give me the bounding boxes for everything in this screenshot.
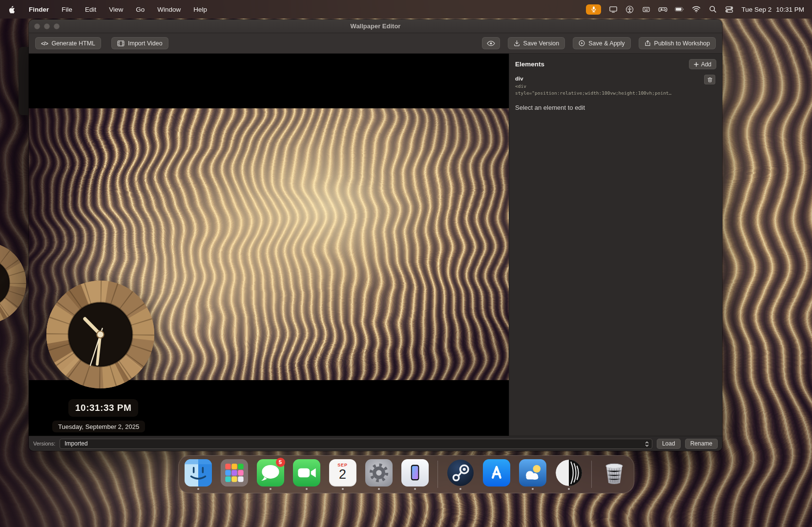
menu-finder[interactable]: Finder: [29, 6, 49, 13]
dock-messages-icon[interactable]: 5: [257, 459, 284, 490]
element-tag: div: [515, 76, 716, 81]
control-center-icon[interactable]: [725, 5, 734, 14]
delete-element-button[interactable]: [704, 75, 715, 84]
select-stepper-icon: [645, 440, 649, 449]
desktop-clock-widget: [0, 242, 27, 324]
dock-trash-icon[interactable]: [601, 459, 628, 490]
generate-html-button[interactable]: </> Generate HTML: [35, 37, 101, 49]
versions-select[interactable]: Imported: [60, 439, 652, 449]
messages-badge: 5: [276, 458, 285, 467]
save-and-apply-label: Save & Apply: [588, 40, 625, 47]
menu-window[interactable]: Window: [157, 6, 181, 13]
digital-clock[interactable]: 10:31:33 PM: [68, 399, 138, 417]
dock-wallpaper-app-icon[interactable]: [555, 459, 583, 490]
dock-calendar-icon[interactable]: SEP 2: [329, 459, 356, 490]
save-version-label: Save Version: [523, 40, 560, 47]
apple-menu-icon[interactable]: [8, 5, 16, 14]
display-mirroring-icon[interactable]: [608, 5, 618, 14]
add-element-button[interactable]: Add: [689, 59, 716, 69]
rename-version-button[interactable]: Rename: [685, 439, 718, 449]
menu-help[interactable]: Help: [193, 6, 207, 13]
accessibility-icon[interactable]: [625, 5, 634, 14]
dock-separator: [437, 461, 438, 488]
play-circle-icon: [579, 40, 585, 46]
menu-file[interactable]: File: [62, 6, 72, 13]
wallpaper-editor-window: Wallpaper Editor </> Generate HTML Impor…: [29, 20, 722, 451]
titlebar[interactable]: Wallpaper Editor: [29, 20, 722, 33]
dock-finder-icon[interactable]: [185, 459, 212, 490]
save-version-button[interactable]: Save Version: [508, 37, 565, 49]
window-title: Wallpaper Editor: [29, 22, 722, 30]
selected-version: Imported: [64, 440, 87, 447]
elements-panel-title: Elements: [515, 61, 544, 68]
search-icon[interactable]: [708, 5, 717, 14]
wallpaper-preview[interactable]: 10:31:33 PM Tuesday, September 2, 2025: [29, 54, 509, 436]
game-controller-icon[interactable]: [658, 5, 667, 14]
date-widget[interactable]: Tuesday, September 2, 2025: [52, 421, 145, 432]
menubar-date: Tue Sep 2: [741, 6, 771, 13]
versions-bar: Versions: Imported Load Rename: [29, 436, 722, 451]
import-video-label: Import Video: [128, 40, 163, 47]
element-list-item[interactable]: div <div style="position:relative;width:…: [515, 76, 716, 97]
save-and-apply-button[interactable]: Save & Apply: [573, 37, 630, 49]
wifi-icon[interactable]: [691, 5, 701, 14]
trash-icon: [708, 77, 712, 82]
dock-iphone-mirroring-icon[interactable]: [401, 459, 429, 490]
dock-facetime-icon[interactable]: [293, 459, 320, 490]
analog-clock-widget[interactable]: [45, 280, 155, 389]
calendar-day: 2: [339, 468, 346, 481]
elements-panel: Elements Add div <div style="position:re…: [509, 54, 722, 436]
dock-settings-icon[interactable]: [365, 459, 393, 490]
battery-icon[interactable]: [675, 5, 684, 14]
menu-edit[interactable]: Edit: [85, 6, 96, 13]
menu-view[interactable]: View: [109, 6, 123, 13]
dock-separator: [591, 461, 592, 488]
publish-to-workshop-button[interactable]: Publish to Workshop: [639, 37, 716, 49]
menu-bar: Finder File Edit View Go Window Help: [0, 0, 812, 19]
keyboard-icon[interactable]: [642, 5, 651, 14]
element-code-line-2: style="position:relative;width:100vw;hei…: [515, 90, 706, 97]
dock-launchpad-icon[interactable]: [221, 459, 248, 490]
add-label: Add: [701, 61, 711, 68]
dock-weather-icon[interactable]: [519, 459, 546, 490]
code-icon: </>: [41, 41, 48, 46]
menubar-time: 10:31 PM: [776, 6, 804, 13]
versions-label: Versions:: [33, 441, 55, 446]
toolbar: </> Generate HTML Import Video Save Vers…: [29, 33, 722, 54]
element-code-line-1: <div: [515, 83, 706, 90]
dock-steam-icon[interactable]: [447, 459, 474, 490]
dock: 5 SEP 2: [178, 455, 634, 493]
generate-html-label: Generate HTML: [51, 40, 95, 47]
film-icon: [117, 41, 125, 46]
import-video-button[interactable]: Import Video: [111, 37, 168, 49]
calendar-month: SEP: [337, 463, 347, 467]
menu-go[interactable]: Go: [136, 6, 145, 13]
dock-app-store-icon[interactable]: [483, 459, 510, 490]
preview-eye-button[interactable]: [482, 37, 500, 49]
plus-icon: [694, 62, 699, 67]
save-icon: [514, 40, 520, 46]
menubar-clock[interactable]: Tue Sep 2 10:31 PM: [741, 6, 804, 13]
panel-hint-text: Select an element to edit: [515, 104, 716, 111]
share-icon: [645, 40, 651, 46]
microphone-status-icon[interactable]: [586, 4, 601, 15]
load-version-button[interactable]: Load: [657, 439, 681, 449]
publish-to-workshop-label: Publish to Workshop: [654, 40, 710, 47]
